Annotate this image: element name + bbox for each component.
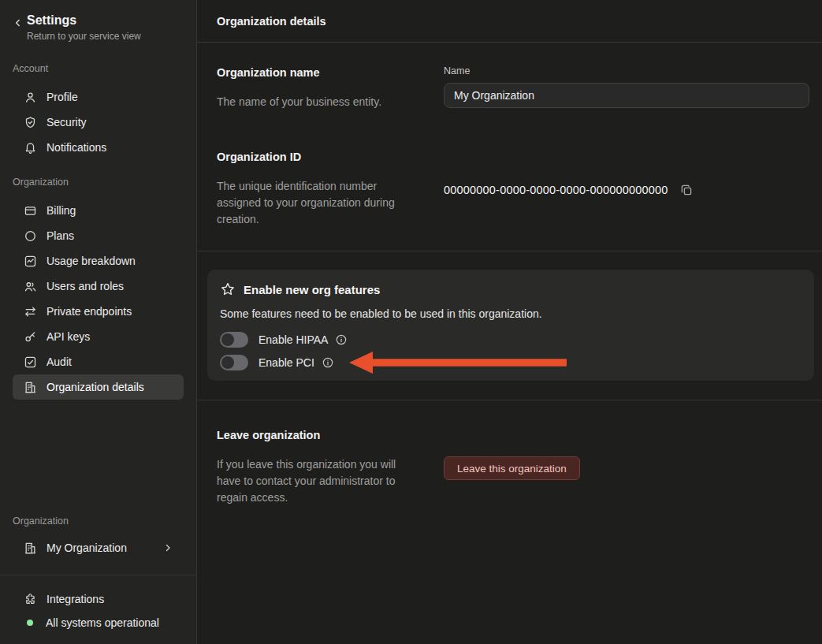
chevron-left-icon [13,17,24,28]
leave-org-description: If you leave this organization you will … [217,456,418,506]
sidebar-bottom: Organization My Organization [0,515,196,575]
chart-icon [24,255,37,268]
system-status-link[interactable]: All systems operational [0,615,196,631]
org-switcher-value: My Organization [46,542,127,554]
sidebar-header: Settings Return to your service view [0,0,196,42]
info-icon[interactable] [322,356,334,369]
organization-nav: Billing Plans Usage breakdown Users and … [0,198,196,400]
section-divider [197,251,822,251]
account-nav: Profile Security Notifications [0,84,196,160]
pci-toggle-label: Enable PCI [259,356,314,369]
enable-pci-toggle[interactable] [220,355,248,370]
chevron-right-icon [163,543,173,553]
sidebar-item-billing[interactable]: Billing [13,198,184,223]
sidebar-title: Settings [27,13,141,28]
sidebar-item-label: Profile [46,91,78,103]
sidebar-item-label: Billing [46,204,76,217]
back-button[interactable] [9,14,27,32]
integrations-link[interactable]: Integrations [0,591,196,607]
org-name-description: The name of your business entity. [217,94,418,110]
building-icon [24,381,37,394]
leave-org-section: Leave organization If you leave this org… [197,427,822,506]
sidebar-item-label: Notifications [46,141,106,154]
copy-icon[interactable] [679,183,694,197]
enable-hipaa-toggle[interactable] [220,332,248,348]
sidebar-item-private-endpoints[interactable]: Private endpoints [13,299,184,324]
hipaa-toggle-label: Enable HIPAA [259,333,328,346]
key-icon [24,330,37,344]
sidebar-item-label: Organization details [46,381,144,393]
org-name-input[interactable] [444,83,809,108]
sidebar-item-users-and-roles[interactable]: Users and roles [13,274,184,299]
arrows-swap-icon [24,305,37,318]
users-icon [24,280,37,293]
org-id-section: Organization ID The unique identificatio… [197,149,822,228]
status-dot-icon [27,620,33,626]
sidebar-item-security[interactable]: Security [13,110,184,135]
main-content: Organization name The name of your busin… [197,43,822,644]
settings-app: Settings Return to your service view Acc… [0,0,822,644]
org-name-section: Organization name The name of your busin… [197,65,822,110]
org-switcher[interactable]: My Organization [13,535,184,560]
leave-org-heading: Leave organization [217,427,444,443]
sidebar-item-label: Users and roles [46,280,124,292]
hipaa-toggle-row: Enable HIPAA [220,332,802,348]
sidebar-item-label: Plans [46,229,74,242]
puzzle-icon [24,593,37,606]
info-icon[interactable] [335,333,348,346]
pci-toggle-row: Enable PCI [220,355,802,370]
main-panel: Organization details Organization name T… [197,0,822,644]
leave-organization-button[interactable]: Leave this organization [444,456,580,480]
sidebar-item-api-keys[interactable]: API keys [13,324,184,349]
sidebar-item-audit[interactable]: Audit [13,349,184,374]
sidebar-item-plans[interactable]: Plans [13,223,184,248]
org-id-heading: Organization ID [217,149,444,165]
org-switcher-label: Organization [0,515,196,527]
sidebar-item-label: Private endpoints [46,305,132,318]
sidebar-subtitle: Return to your service view [27,31,141,42]
sidebar-item-notifications[interactable]: Notifications [13,135,184,160]
section-label-organization: Organization [0,176,196,188]
sidebar-item-label: Usage breakdown [46,255,136,267]
org-id-description: The unique identification number assigne… [217,178,418,228]
sidebar-item-profile[interactable]: Profile [13,84,184,110]
features-heading: Enable new org features [244,283,380,296]
name-field-label: Name [444,65,809,78]
star-icon [220,281,236,297]
section-divider [197,400,822,400]
page-title: Organization details [197,0,822,43]
user-icon [24,91,37,104]
building-icon [24,542,37,555]
sidebar-item-organization-details[interactable]: Organization details [13,374,184,400]
sidebar-item-label: API keys [46,330,90,343]
org-name-heading: Organization name [217,65,444,80]
bell-icon [24,141,37,154]
shield-check-icon [24,116,37,129]
credit-card-icon [24,204,37,218]
features-description: Some features need to be enabled to be u… [220,306,802,322]
red-arrow-annotation-icon [348,350,568,375]
sidebar-item-label: Audit [46,356,72,368]
org-features-card: Enable new org features Some features ne… [207,270,814,381]
settings-sidebar: Settings Return to your service view Acc… [0,0,197,644]
sidebar-item-usage-breakdown[interactable]: Usage breakdown [13,248,184,274]
sidebar-footer: Integrations All systems operational [0,575,196,644]
integrations-label: Integrations [46,593,104,605]
org-id-value: 00000000-0000-0000-0000-000000000000 [444,184,668,196]
audit-check-icon [24,356,37,369]
sidebar-item-label: Security [46,116,87,128]
circle-icon [24,229,37,243]
status-label: All systems operational [46,616,159,629]
section-label-account: Account [0,62,196,75]
